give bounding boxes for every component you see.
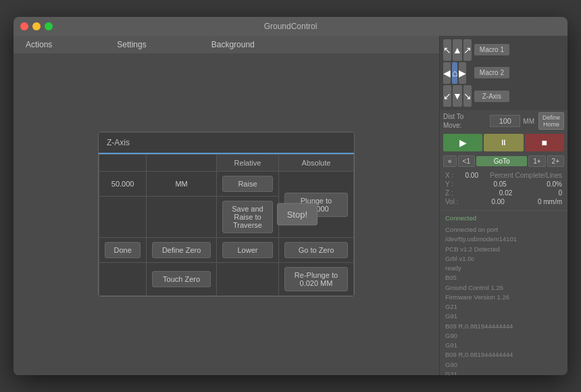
- replunge-button[interactable]: Re-Plunge to0.020 MM: [284, 267, 348, 291]
- stop-container: Stop!: [277, 203, 318, 226]
- modal-title: Z-Axis: [99, 132, 354, 154]
- menu-settings[interactable]: Settings: [111, 39, 151, 51]
- log-area: Connected on port/dev/tty.usbmodem14101P…: [440, 223, 567, 375]
- coord-vol-label: Vol :: [445, 198, 458, 205]
- speed-back1-button[interactable]: <1: [458, 155, 475, 167]
- minimize-button[interactable]: [32, 22, 41, 30]
- coord-y-row: Y : 0.05 0.0%: [445, 180, 562, 189]
- modal-col-absolute: Absolute: [278, 155, 353, 172]
- modal-empty1: [99, 197, 147, 238]
- speed-row: « <1 GoTo 1+ 2+: [440, 153, 567, 169]
- coord-speed-value: 0 mm/m: [538, 198, 562, 205]
- coord-pages-value: 0: [558, 189, 562, 197]
- modal-empty2: [147, 197, 217, 238]
- macro1-button[interactable]: Macro 1: [474, 44, 509, 55]
- touch-zero-button[interactable]: Touch Zero: [152, 271, 211, 287]
- jog-row-1: ↖ ▲ ↗: [443, 39, 472, 61]
- speed-back-button[interactable]: «: [443, 155, 457, 167]
- modal-lower-cell: Lower: [217, 238, 279, 263]
- log-line: G91: [445, 312, 562, 321]
- zaxis-macro-button[interactable]: Z-Axis: [474, 91, 509, 102]
- coord-x-value: 0.00: [465, 172, 478, 179]
- stop-action-button[interactable]: ■: [525, 134, 564, 151]
- coord-y-label: Y :: [445, 180, 453, 188]
- log-line: G90: [445, 360, 562, 370]
- main-window: GroundControl Actions Settings Backgroun…: [14, 17, 567, 375]
- main-content: Actions Settings Background Z-Axis: [14, 36, 567, 375]
- go-zero-button[interactable]: Go to Zero: [284, 242, 348, 258]
- pause-button[interactable]: ⏸: [484, 134, 523, 151]
- coord-z-value: 0.02: [499, 189, 512, 197]
- log-line: Grbl v1.0c: [445, 254, 562, 264]
- define-home-button[interactable]: DefineHome: [538, 112, 564, 130]
- dist-input[interactable]: [490, 115, 520, 127]
- done-button[interactable]: Done: [105, 242, 141, 258]
- traffic-lights: [20, 22, 53, 30]
- modal-empty3: [99, 263, 147, 296]
- jog-row-3: ↙ ▼ ↘: [443, 85, 472, 107]
- coord-vol-row: Vol : 0.00 0 mm/m: [445, 197, 562, 206]
- play-button[interactable]: ▶: [443, 134, 482, 151]
- menu-actions[interactable]: Actions: [20, 39, 57, 51]
- modal-go-zero-cell: Go to Zero: [278, 238, 353, 263]
- log-line: G91: [445, 341, 562, 350]
- modal-done-cell: Done: [99, 238, 147, 263]
- jog-down-button[interactable]: ▼: [453, 85, 462, 107]
- goto-button[interactable]: GoTo: [476, 156, 527, 166]
- dist-to-move-row: Dist ToMove: MM DefineHome: [440, 110, 567, 132]
- coord-z-row: Z : 0.02 0: [445, 189, 562, 197]
- raise-button[interactable]: Raise: [222, 176, 273, 192]
- right-panel: ↖ ▲ ↗ ◀ ⌂ ▶ ↙ ▼ ↘ Mac: [439, 36, 567, 375]
- modal-unit: MM: [147, 172, 217, 197]
- macro2-button[interactable]: Macro 2: [474, 67, 509, 78]
- jog-left-button[interactable]: ◀: [443, 62, 451, 84]
- save-traverse-button[interactable]: Save andRaise toTraverse: [222, 201, 273, 233]
- log-line: /dev/tty.usbmodem14101: [445, 235, 562, 244]
- coord-x-label: X :: [445, 172, 453, 179]
- menu-background[interactable]: Background: [206, 39, 260, 51]
- stop-button[interactable]: Stop!: [277, 203, 318, 226]
- maximize-button[interactable]: [45, 22, 53, 30]
- modal-col-empty2: [147, 155, 217, 172]
- jog-upleft-button[interactable]: ↖: [443, 39, 451, 61]
- log-line: Firmware Version 1.26: [445, 293, 562, 302]
- titlebar: GroundControl: [14, 17, 567, 36]
- speed-fwd1-button[interactable]: 1+: [528, 155, 545, 167]
- log-line: B09 R,0.881944444444: [445, 322, 562, 331]
- canvas-area: Z-Axis Relative Absolute: [14, 53, 439, 375]
- jog-container: ↖ ▲ ↗ ◀ ⌂ ▶ ↙ ▼ ↘ Mac: [440, 36, 567, 110]
- log-line: PCB v1.2 Detected: [445, 245, 562, 254]
- coord-z-label: Z :: [445, 189, 453, 197]
- log-line: ready: [445, 264, 562, 273]
- close-button[interactable]: [20, 22, 28, 30]
- window-title: GroundControl: [264, 22, 318, 31]
- modal-value: 50.000: [99, 172, 147, 197]
- jog-right-button[interactable]: ▶: [459, 62, 466, 84]
- modal-col-empty1: [99, 155, 147, 172]
- center-area: Actions Settings Background Z-Axis: [14, 36, 439, 375]
- log-line: Connected on port: [445, 225, 562, 235]
- modal-touch-zero-cell: Touch Zero: [147, 263, 217, 296]
- modal-col-relative: Relative: [217, 155, 279, 172]
- jog-upright-button[interactable]: ↗: [463, 39, 472, 61]
- dist-label: Dist ToMove:: [443, 112, 487, 130]
- jog-up-button[interactable]: ▲: [453, 39, 462, 61]
- log-line: G21: [445, 370, 562, 375]
- modal-save-cell: Save andRaise toTraverse: [217, 197, 279, 238]
- jog-home-button[interactable]: ⌂: [452, 62, 457, 84]
- jog-row-2: ◀ ⌂ ▶: [443, 62, 472, 84]
- macros-right: Macro 1 Macro 2 Z-Axis: [474, 39, 509, 107]
- log-line: Ground Control 1.26: [445, 283, 562, 293]
- modal-overlay: Z-Axis Relative Absolute: [14, 53, 439, 375]
- lower-button[interactable]: Lower: [222, 242, 273, 258]
- divider: [440, 210, 567, 211]
- jog-downleft-button[interactable]: ↙: [443, 85, 451, 107]
- define-zero-button[interactable]: Define Zero: [152, 242, 211, 258]
- speed-fwd2-button[interactable]: 2+: [547, 155, 564, 167]
- modal-empty4: [217, 263, 279, 296]
- mm-label: MM: [523, 118, 534, 125]
- coord-vol-value: 0.00: [491, 198, 504, 205]
- jog-downright-button[interactable]: ↘: [463, 85, 472, 107]
- connected-status: Connected: [440, 213, 567, 223]
- log-line: G90: [445, 331, 562, 341]
